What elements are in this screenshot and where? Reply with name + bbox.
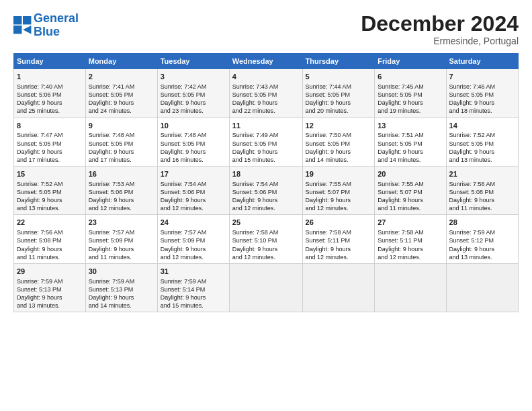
day-number: 3: [161, 72, 226, 82]
cell-info-line: and 23 minutes.: [161, 107, 226, 115]
cell-info-line: Sunset: 5:13 PM: [17, 285, 83, 293]
cell-info-line: Daylight: 9 hours: [449, 196, 515, 204]
calendar-cell: 14Sunrise: 7:52 AMSunset: 5:05 PMDayligh…: [446, 118, 518, 166]
calendar-cell: 17Sunrise: 7:54 AMSunset: 5:06 PMDayligh…: [157, 167, 229, 215]
cell-info-line: Daylight: 9 hours: [306, 196, 372, 204]
cell-info-line: Daylight: 9 hours: [232, 245, 300, 253]
cell-info-line: Sunset: 5:05 PM: [89, 91, 154, 99]
cell-info-line: Daylight: 9 hours: [232, 99, 300, 107]
day-number: 20: [378, 169, 443, 179]
svg-marker-3: [23, 26, 31, 34]
day-number: 14: [449, 121, 515, 131]
cell-info-line: Sunrise: 7:58 AM: [232, 228, 300, 236]
calendar-cell: 22Sunrise: 7:56 AMSunset: 5:08 PMDayligh…: [14, 215, 86, 263]
cell-info-line: Daylight: 9 hours: [89, 245, 154, 253]
cell-info-line: Daylight: 9 hours: [161, 245, 226, 253]
cell-info-line: and 12 minutes.: [89, 204, 154, 212]
cell-info-line: Sunrise: 7:54 AM: [161, 180, 226, 188]
svg-rect-1: [23, 16, 31, 24]
day-number: 13: [378, 121, 443, 131]
cell-info-line: Sunrise: 7:59 AM: [449, 228, 515, 236]
cell-info-line: Sunset: 5:05 PM: [232, 140, 300, 148]
cell-info-line: Sunrise: 7:42 AM: [161, 83, 226, 91]
calendar-cell: 5Sunrise: 7:44 AMSunset: 5:05 PMDaylight…: [302, 69, 375, 118]
cell-info-line: Daylight: 9 hours: [232, 148, 300, 156]
cell-info-line: Daylight: 9 hours: [89, 99, 154, 107]
page: General Blue December 2024 Ermesinde, Po…: [0, 0, 532, 411]
cell-info-line: Daylight: 9 hours: [449, 245, 515, 253]
calendar-cell: [446, 263, 518, 312]
calendar-cell: 31Sunrise: 7:59 AMSunset: 5:14 PMDayligh…: [157, 263, 229, 312]
cell-info-line: Sunset: 5:07 PM: [306, 188, 372, 196]
logo-line1: General: [34, 11, 79, 25]
cell-info-line: Sunrise: 7:48 AM: [161, 131, 226, 139]
calendar-cell: [302, 263, 375, 312]
day-number: 15: [17, 169, 83, 179]
cell-info-line: Sunset: 5:09 PM: [161, 236, 226, 244]
svg-rect-2: [13, 26, 21, 34]
calendar-cell: 16Sunrise: 7:53 AMSunset: 5:06 PMDayligh…: [85, 167, 157, 215]
cell-info-line: and 12 minutes.: [378, 253, 443, 261]
cell-info-line: Daylight: 9 hours: [306, 148, 372, 156]
cell-info-line: Sunrise: 7:52 AM: [449, 131, 515, 139]
day-number: 24: [161, 218, 226, 228]
cell-info-line: Sunset: 5:05 PM: [449, 91, 515, 99]
day-number: 26: [306, 218, 372, 228]
cell-info-line: Sunrise: 7:51 AM: [378, 131, 443, 139]
cell-info-line: Sunset: 5:06 PM: [232, 188, 300, 196]
calendar-cell: 11Sunrise: 7:49 AMSunset: 5:05 PMDayligh…: [229, 118, 302, 166]
cell-info-line: and 12 minutes.: [232, 204, 300, 212]
calendar-cell: 15Sunrise: 7:52 AMSunset: 5:05 PMDayligh…: [14, 167, 86, 215]
cell-info-line: and 12 minutes.: [306, 253, 372, 261]
weekday-sunday: Sunday: [14, 54, 86, 69]
cell-info-line: Sunset: 5:05 PM: [17, 188, 83, 196]
calendar-cell: 23Sunrise: 7:57 AMSunset: 5:09 PMDayligh…: [85, 215, 157, 263]
cell-info-line: and 11 minutes.: [17, 253, 83, 261]
cell-info-line: and 19 minutes.: [378, 107, 443, 115]
calendar-cell: 13Sunrise: 7:51 AMSunset: 5:05 PMDayligh…: [375, 118, 446, 166]
day-number: 12: [306, 121, 372, 131]
cell-info-line: Sunrise: 7:40 AM: [17, 83, 83, 91]
cell-info-line: Sunset: 5:11 PM: [378, 236, 443, 244]
cell-info-line: and 14 minutes.: [89, 302, 154, 310]
calendar-cell: 3Sunrise: 7:42 AMSunset: 5:05 PMDaylight…: [157, 69, 229, 118]
cell-info-line: and 12 minutes.: [232, 253, 300, 261]
cell-info-line: and 13 minutes.: [17, 204, 83, 212]
weekday-wednesday: Wednesday: [229, 54, 302, 69]
cell-info-line: Sunrise: 7:58 AM: [306, 228, 372, 236]
cell-info-line: Daylight: 9 hours: [17, 293, 83, 302]
calendar-cell: 2Sunrise: 7:41 AMSunset: 5:05 PMDaylight…: [85, 69, 157, 118]
cell-info-line: Daylight: 9 hours: [89, 293, 154, 302]
day-number: 19: [306, 169, 372, 179]
day-number: 7: [449, 72, 515, 82]
calendar-cell: 27Sunrise: 7:58 AMSunset: 5:11 PMDayligh…: [375, 215, 446, 263]
cell-info-line: Sunset: 5:06 PM: [17, 91, 83, 99]
calendar-cell: 1Sunrise: 7:40 AMSunset: 5:06 PMDaylight…: [14, 69, 86, 118]
svg-rect-0: [13, 16, 21, 24]
cell-info-line: Daylight: 9 hours: [161, 293, 226, 302]
calendar-cell: 4Sunrise: 7:43 AMSunset: 5:05 PMDaylight…: [229, 69, 302, 118]
day-number: 8: [17, 121, 83, 131]
cell-info-line: Sunset: 5:05 PM: [306, 91, 372, 99]
cell-info-line: Sunset: 5:10 PM: [232, 236, 300, 244]
cell-info-line: Daylight: 9 hours: [161, 196, 226, 204]
weekday-monday: Monday: [85, 54, 157, 69]
calendar-cell: 24Sunrise: 7:57 AMSunset: 5:09 PMDayligh…: [157, 215, 229, 263]
subtitle: Ermesinde, Portugal: [361, 36, 519, 46]
cell-info-line: Daylight: 9 hours: [17, 245, 83, 253]
cell-info-line: and 22 minutes.: [232, 107, 300, 115]
day-number: 25: [232, 218, 300, 228]
calendar-cell: 7Sunrise: 7:46 AMSunset: 5:05 PMDaylight…: [446, 69, 518, 118]
calendar-cell: 30Sunrise: 7:59 AMSunset: 5:13 PMDayligh…: [85, 263, 157, 312]
cell-info-line: Sunset: 5:05 PM: [378, 91, 443, 99]
day-number: 17: [161, 169, 226, 179]
cell-info-line: Daylight: 9 hours: [378, 196, 443, 204]
calendar-cell: 26Sunrise: 7:58 AMSunset: 5:11 PMDayligh…: [302, 215, 375, 263]
calendar-week-5: 29Sunrise: 7:59 AMSunset: 5:13 PMDayligh…: [14, 263, 519, 312]
cell-info-line: Daylight: 9 hours: [378, 99, 443, 107]
day-number: 27: [378, 218, 443, 228]
day-number: 5: [306, 72, 372, 82]
cell-info-line: Sunrise: 7:57 AM: [89, 228, 154, 236]
day-number: 18: [232, 169, 300, 179]
calendar-week-3: 15Sunrise: 7:52 AMSunset: 5:05 PMDayligh…: [14, 167, 519, 215]
